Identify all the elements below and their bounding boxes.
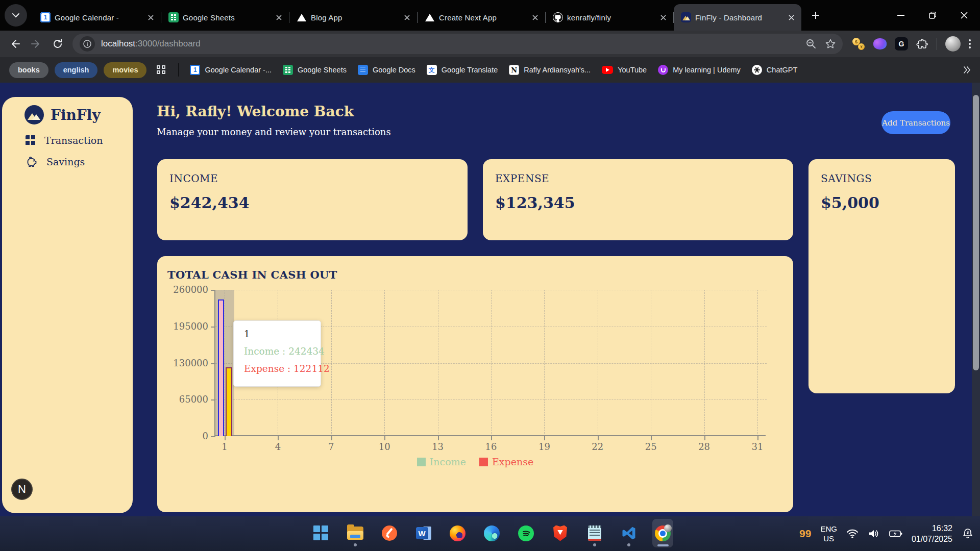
- file-explorer-icon: [347, 527, 363, 540]
- forward-button[interactable]: [26, 33, 47, 55]
- close-window-button[interactable]: [948, 0, 980, 31]
- bookmark-notion-rafly[interactable]: N Rafly Ardiansyah's...: [509, 65, 591, 75]
- file-explorer-button[interactable]: [345, 519, 365, 547]
- spotify-button[interactable]: [516, 519, 536, 547]
- reload-button[interactable]: [47, 33, 68, 55]
- legend-item-income[interactable]: Income: [417, 456, 466, 467]
- chrome-button-active[interactable]: [652, 519, 673, 547]
- tab-group-chip-english[interactable]: english: [55, 62, 98, 78]
- tab-search-button[interactable]: [5, 4, 27, 27]
- wifi-icon[interactable]: [846, 529, 859, 539]
- running-indicator: [627, 543, 630, 546]
- tab-group-chip-movies[interactable]: movies: [104, 62, 146, 78]
- bookmark-google-sheets[interactable]: Google Sheets: [283, 65, 347, 75]
- notification-count-badge[interactable]: 99: [799, 528, 811, 540]
- tab-close-icon[interactable]: [144, 11, 157, 23]
- tab-google-calendar[interactable]: 1 Google Calendar -: [33, 4, 161, 31]
- currency-converter-extension-icon[interactable]: $¥: [852, 37, 865, 51]
- sidebar-item-label: Savings: [46, 156, 85, 167]
- bookmark-star-icon[interactable]: [825, 39, 836, 49]
- language-indicator[interactable]: ENG US: [820, 524, 837, 543]
- extensions-puzzle-icon[interactable]: [916, 38, 928, 50]
- maximize-button[interactable]: [917, 0, 948, 31]
- site-info-button[interactable]: [80, 36, 95, 52]
- firefox-button[interactable]: [447, 519, 468, 547]
- postman-button[interactable]: [379, 519, 400, 547]
- minimize-button[interactable]: [885, 0, 917, 31]
- tab-create-next-app[interactable]: Create Next App: [418, 4, 545, 31]
- bookmark-label: Rafly Ardiansyah's...: [524, 66, 591, 74]
- battery-charging-icon[interactable]: [889, 529, 902, 539]
- url-path: :3000/dashboard: [135, 39, 201, 48]
- bookmark-google-translate[interactable]: 文 Google Translate: [427, 65, 498, 75]
- tab-close-icon[interactable]: [273, 11, 285, 23]
- zoom-out-icon[interactable]: [806, 39, 816, 49]
- new-tab-button[interactable]: [806, 6, 825, 24]
- bookmark-google-calendar[interactable]: 1 Google Calendar -...: [190, 65, 272, 75]
- vscode-icon: [621, 525, 636, 541]
- notepad-button[interactable]: [584, 519, 605, 547]
- page-scrollbar[interactable]: [972, 83, 980, 516]
- forward-arrow-icon: [31, 39, 41, 49]
- tab-close-icon[interactable]: [529, 11, 541, 23]
- chart-card: TOTAL CASH IN CASH OUT 1 Income : 242434…: [157, 256, 793, 512]
- tab-close-icon[interactable]: [785, 11, 797, 23]
- chart-legend: Income Expense: [157, 456, 793, 467]
- udemy-icon: [658, 65, 668, 75]
- start-button[interactable]: [310, 519, 331, 547]
- add-transactions-button[interactable]: Add Transactions: [881, 111, 950, 134]
- lang-line: US: [820, 534, 837, 543]
- piggy-bank-icon: [26, 157, 38, 167]
- chart-title: TOTAL CASH IN CASH OUT: [167, 268, 337, 281]
- tab-title: Blog App: [311, 13, 397, 22]
- bookmark-label: Google Sheets: [298, 66, 347, 74]
- scrollbar-thumb[interactable]: [973, 95, 979, 370]
- sidebar-item-savings[interactable]: Savings: [2, 146, 133, 167]
- bookmarks-bar: books english movies 1 Google Calendar -…: [0, 57, 980, 83]
- window-controls: [885, 0, 980, 31]
- tab-group-chip-books[interactable]: books: [9, 62, 48, 78]
- brave-button[interactable]: [550, 519, 571, 547]
- clock[interactable]: 16:32 01/07/2025: [912, 523, 952, 544]
- tab-google-sheets[interactable]: Google Sheets: [161, 4, 289, 31]
- bookmarks-overflow-button[interactable]: [963, 66, 971, 74]
- income-card: INCOME $242,434: [157, 159, 468, 240]
- volume-icon[interactable]: [868, 529, 880, 539]
- nextjs-dev-badge[interactable]: N: [11, 479, 33, 500]
- tooltip-day-label: 1: [244, 329, 310, 339]
- bookmark-youtube[interactable]: YouTube: [602, 66, 647, 74]
- info-icon: [83, 40, 91, 48]
- edge-button[interactable]: [481, 519, 502, 547]
- tab-github-kenrafly-finly[interactable]: kenrafly/finly: [546, 4, 673, 31]
- brain-extension-icon[interactable]: [873, 38, 887, 49]
- tab-close-icon[interactable]: [401, 11, 413, 23]
- toolbar-separator: [937, 38, 937, 50]
- sidebar-item-transaction[interactable]: Transaction: [2, 124, 133, 146]
- grammarly-extension-icon[interactable]: G: [895, 37, 908, 51]
- apps-grid-icon[interactable]: [157, 65, 166, 74]
- bookmark-chatgpt[interactable]: ChatGPT: [752, 65, 797, 75]
- tab-blog-app[interactable]: Blog App: [289, 4, 417, 31]
- legend-item-expense[interactable]: Expense: [479, 456, 533, 467]
- vscode-button[interactable]: [618, 519, 639, 547]
- tab-finfly-dashboard-active[interactable]: FinFly - Dashboard: [674, 4, 801, 31]
- youtube-icon: [602, 66, 613, 74]
- chevron-down-icon: [12, 13, 19, 18]
- notification-bell-icon[interactable]: [962, 528, 974, 540]
- google-sheets-icon: [168, 12, 179, 22]
- bookmark-label: My learning | Udemy: [673, 66, 741, 74]
- profile-avatar[interactable]: [945, 36, 961, 52]
- vercel-triangle-icon: [297, 12, 307, 22]
- word-button[interactable]: W: [413, 519, 434, 547]
- bookmark-udemy[interactable]: My learning | Udemy: [658, 65, 741, 75]
- savings-label: SAVINGS: [821, 172, 943, 185]
- legend-label: Expense: [492, 456, 533, 467]
- tab-close-icon[interactable]: [657, 11, 669, 23]
- bookmark-google-docs[interactable]: Google Docs: [358, 65, 415, 75]
- github-icon: [553, 12, 563, 22]
- reload-icon: [53, 39, 63, 49]
- back-button[interactable]: [4, 33, 26, 55]
- browser-menu-icon[interactable]: [969, 39, 971, 48]
- tab-title: FinFly - Dashboard: [695, 13, 781, 22]
- address-bar[interactable]: localhost:3000/dashboard: [72, 34, 843, 54]
